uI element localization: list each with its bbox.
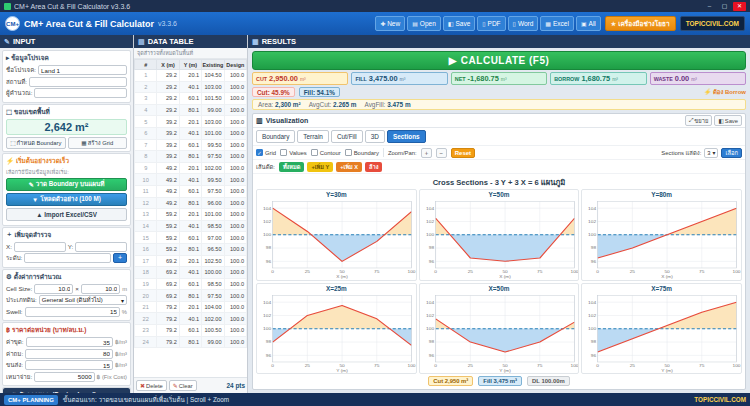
close-button[interactable]: ✕ xyxy=(733,2,746,11)
viz-checkbox-values[interactable]: Values xyxy=(280,149,307,156)
viz-checkbox-contour[interactable]: Contour xyxy=(311,149,341,156)
promo-button[interactable]: ★เครื่องมือช่างโยธา xyxy=(605,16,676,31)
quickstart-hint: เลือกวิธีป้อนข้อมูลเพื่อเริ่ม: xyxy=(6,168,127,176)
cross-section-chart[interactable]: Y=50m96981001021040255075100X (m) xyxy=(419,189,580,281)
project-name-input[interactable] xyxy=(38,65,127,75)
viz-checkbox-grid[interactable]: ✓Grid xyxy=(256,149,276,156)
table-row[interactable]: 2479.280.199.00100.0 xyxy=(135,336,247,348)
cross-section-chart[interactable]: X=25m96981001021040255075100Y (m) xyxy=(256,283,417,375)
calculate-button[interactable]: ▶CALCULATE (F5) xyxy=(252,51,746,70)
cross-section-chart[interactable]: Y=80m96981001021040255075100X (m) xyxy=(581,189,742,281)
cross-section-chart[interactable]: X=50m96981001021040255075100Y (m) xyxy=(419,283,580,375)
results-title: RESULTS xyxy=(262,37,296,46)
price-input-2[interactable] xyxy=(25,360,113,370)
section-chip[interactable]: ทั้งหมด xyxy=(279,162,304,172)
table-row[interactable]: 1149.260.197.50100.0 xyxy=(135,185,247,197)
table-row[interactable]: 2179.220.1104.00100.0 xyxy=(135,301,247,313)
sections-count-select[interactable]: 3▾ xyxy=(704,148,718,158)
maximize-button[interactable]: ▢ xyxy=(718,2,731,11)
header-excel-button[interactable]: ▦Excel xyxy=(540,16,574,31)
section-chip[interactable]: ล้าง xyxy=(365,162,382,172)
price-input-3[interactable] xyxy=(34,372,94,382)
swell-input[interactable] xyxy=(25,307,120,317)
cell-y-input[interactable] xyxy=(81,284,120,294)
zoom-in-button[interactable]: ＋ xyxy=(421,148,432,158)
tab-3d[interactable]: 3D xyxy=(365,130,385,143)
table-cell: 39.2 xyxy=(157,139,179,151)
table-row[interactable]: 1359.220.1101.00100.0 xyxy=(135,209,247,221)
elevation-input[interactable] xyxy=(24,253,111,263)
y-input[interactable] xyxy=(75,242,127,252)
location-label: สถานที่: xyxy=(6,77,27,87)
header-pdf-button[interactable]: ▯PDF xyxy=(477,16,505,31)
price-input-1[interactable] xyxy=(25,349,113,359)
table-row[interactable]: 2069.280.197.50100.0 xyxy=(135,290,247,302)
cross-section-chart[interactable]: Y=30m96981001021040255075100X (m) xyxy=(256,189,417,281)
set-boundary-button[interactable]: ⬚กำหนด Boundary xyxy=(6,137,66,149)
add-point-button[interactable]: + xyxy=(113,253,127,263)
header-save-button[interactable]: ◧Save xyxy=(443,16,476,31)
table-row[interactable]: 1249.280.196.00100.0 xyxy=(135,197,247,209)
data-table-scroll[interactable]: #X (m)Y (m)ExistingDesign 129.220.1104.5… xyxy=(134,59,247,377)
input-panel-title: INPUT xyxy=(13,37,36,46)
table-row[interactable]: 2279.240.1102.00100.0 xyxy=(135,313,247,325)
table-row[interactable]: 129.220.1104.50100.0 xyxy=(135,70,247,82)
table-row[interactable]: 839.280.197.50100.0 xyxy=(135,151,247,163)
calculator-input[interactable] xyxy=(34,88,127,98)
delete-icon: ✖ xyxy=(140,382,145,389)
status-site-link[interactable]: TOPICCIVIL.COM xyxy=(694,396,746,403)
cross-section-chart[interactable]: X=75m96981001021040255075100Y (m) xyxy=(581,283,742,375)
table-row[interactable]: 1049.240.199.50100.0 xyxy=(135,174,247,186)
table-row[interactable]: 539.220.1103.00100.0 xyxy=(135,116,247,128)
header-new-button[interactable]: ✚New xyxy=(375,16,405,31)
site-link-button[interactable]: TOPICCIVIL.COM xyxy=(680,16,745,31)
soil-type-select[interactable]: General Soil (ดินทั่วไป)▾ xyxy=(39,295,127,305)
header-open-button[interactable]: ▤Open xyxy=(407,16,441,31)
table-row[interactable]: 739.260.199.50100.0 xyxy=(135,139,247,151)
chart-title: X=25m xyxy=(257,284,416,292)
tab-cut-fill[interactable]: Cut/Fill xyxy=(331,130,363,143)
play-icon: ▶ xyxy=(449,55,457,66)
pick-sections-button[interactable]: เลือก xyxy=(721,148,742,158)
table-row[interactable]: 1969.260.198.50100.0 xyxy=(135,278,247,290)
reset-view-button[interactable]: Reset xyxy=(451,148,475,158)
table-row[interactable]: 1869.240.1100.00100.0 xyxy=(135,267,247,279)
cell-x-input[interactable] xyxy=(34,284,73,294)
save-image-button[interactable]: ◧Save xyxy=(714,115,742,126)
section-chip[interactable]: +เพิ่ม X xyxy=(336,162,362,172)
tab-boundary[interactable]: Boundary xyxy=(256,130,295,143)
svg-text:104: 104 xyxy=(426,206,435,211)
delete-row-button[interactable]: ✖Delete xyxy=(136,380,167,391)
price-input-0[interactable] xyxy=(26,337,113,347)
table-row[interactable]: 639.240.1101.00100.0 xyxy=(135,127,247,139)
minimize-button[interactable]: – xyxy=(703,2,716,11)
import-excel-button[interactable]: ▲Import Excel/CSV xyxy=(6,208,127,221)
x-input[interactable] xyxy=(14,242,66,252)
location-input[interactable] xyxy=(29,77,127,87)
table-cell: 20 xyxy=(135,290,157,302)
tab-sections[interactable]: Sections xyxy=(387,130,426,143)
draw-boundary-button[interactable]: ✎วาด Boundary บนแผนที่ xyxy=(6,178,127,191)
section-chip[interactable]: +เพิ่ม Y xyxy=(307,162,333,172)
input-scroll[interactable]: ▸ข้อมูลโปรเจค ชื่อโปรเจค: สถานที่: ผู้คำ… xyxy=(0,48,133,393)
zoom-out-button[interactable]: − xyxy=(436,148,447,158)
table-row[interactable]: 429.280.199.00100.0 xyxy=(135,104,247,116)
table-row[interactable]: 949.220.1102.00100.0 xyxy=(135,162,247,174)
header-all-button[interactable]: ▣All xyxy=(576,16,601,31)
table-row[interactable]: 2379.260.1100.50100.0 xyxy=(135,325,247,337)
viz-checkbox-boundary[interactable]: Boundary xyxy=(345,149,379,156)
table-row[interactable]: 329.260.1101.50100.0 xyxy=(135,93,247,105)
zap-icon: ⚡ xyxy=(6,157,14,165)
clear-table-button[interactable]: ✎Clear xyxy=(169,380,197,391)
expand-button[interactable]: ⤢ขยาย xyxy=(685,115,713,126)
table-row[interactable]: 1559.260.197.00100.0 xyxy=(135,232,247,244)
table-row[interactable]: 1769.220.1102.50100.0 xyxy=(135,255,247,267)
table-row[interactable]: 1459.240.198.50100.0 xyxy=(135,220,247,232)
create-grid-button[interactable]: ▦สร้าง Grid xyxy=(68,137,128,149)
load-sample-button[interactable]: ▼โหลดตัวอย่าง (100 M) xyxy=(6,193,127,206)
fill-percent-badge: Fill: 54.1% xyxy=(299,87,340,97)
header-word-button[interactable]: ▯Word xyxy=(508,16,539,31)
table-row[interactable]: 1659.280.196.50100.0 xyxy=(135,243,247,255)
tab-terrain[interactable]: Terrain xyxy=(297,130,329,143)
table-row[interactable]: 229.240.1103.00100.0 xyxy=(135,81,247,93)
